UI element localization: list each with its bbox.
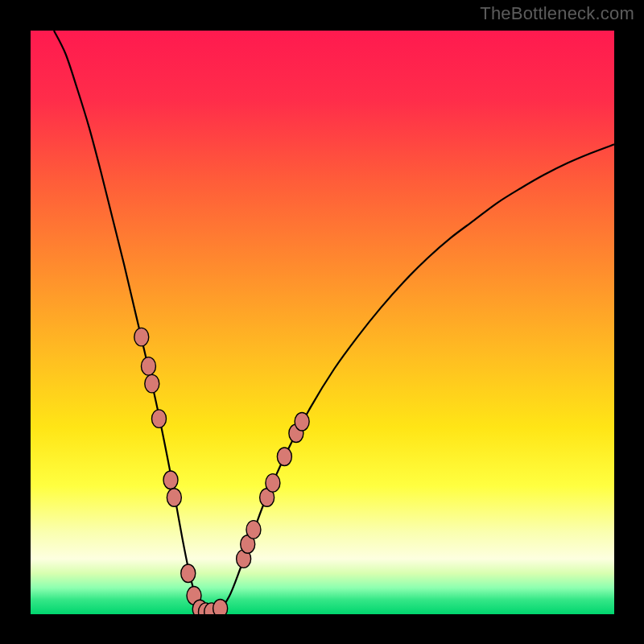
data-marker bbox=[213, 600, 228, 615]
data-marker bbox=[141, 357, 155, 376]
data-marker bbox=[295, 413, 309, 431]
data-marker bbox=[145, 374, 159, 393]
plot-area bbox=[31, 31, 614, 614]
data-marker bbox=[181, 564, 196, 583]
chart-frame: TheBottleneck.com bbox=[0, 0, 644, 644]
data-marker bbox=[134, 328, 149, 346]
gradient-background bbox=[31, 31, 614, 614]
data-marker bbox=[246, 521, 261, 539]
data-marker bbox=[152, 410, 167, 428]
data-marker bbox=[167, 489, 181, 507]
watermark-text: TheBottleneck.com bbox=[480, 3, 634, 24]
data-marker bbox=[163, 471, 178, 489]
data-marker bbox=[266, 474, 280, 493]
chart-svg bbox=[31, 31, 614, 614]
data-marker bbox=[277, 448, 291, 466]
